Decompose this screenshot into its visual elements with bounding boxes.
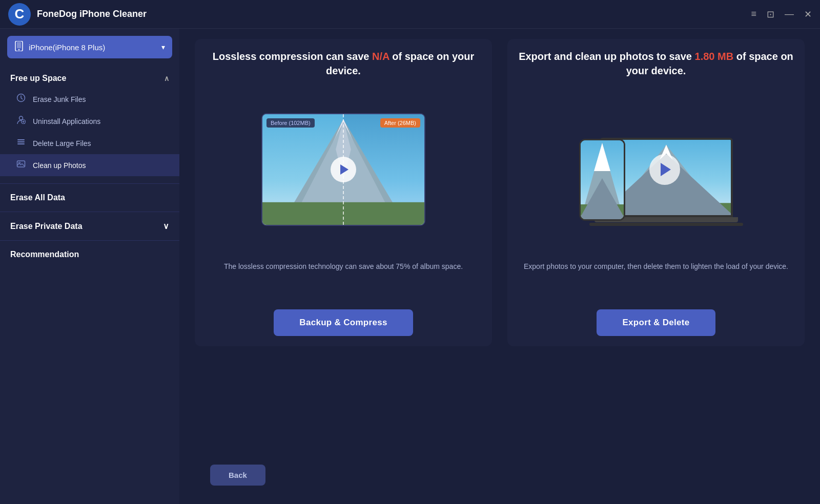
right-panel-title: Export and clean up photos to save 1.80 … xyxy=(518,49,794,78)
phone-screen xyxy=(581,140,624,219)
svg-point-6 xyxy=(19,116,23,120)
left-panel-description: The lossless compression technology can … xyxy=(224,261,463,272)
divider-3 xyxy=(0,240,179,241)
chat-icon[interactable]: ⊡ xyxy=(767,9,774,20)
image-icon xyxy=(15,159,27,171)
divider-2 xyxy=(0,212,179,212)
before-label: Before (102MB) xyxy=(266,118,315,128)
back-button[interactable]: Back xyxy=(210,465,265,486)
device-selector[interactable]: iPhone(iPhone 8 Plus) ▾ xyxy=(7,36,172,58)
app-title: FoneDog iPhone Cleaner xyxy=(37,9,751,19)
minimize-icon[interactable]: — xyxy=(785,9,794,19)
sidebar-item-label: Erase All Data xyxy=(10,193,65,202)
device-preview xyxy=(569,113,743,226)
app-logo: C xyxy=(8,3,31,26)
sidebar: iPhone(iPhone 8 Plus) ▾ Free up Space ∧ … xyxy=(0,29,179,504)
clock-icon xyxy=(15,93,27,105)
bottom-bar: Back xyxy=(195,446,805,494)
left-panel: Lossless compression can save N/A of spa… xyxy=(195,39,492,346)
svg-point-4 xyxy=(18,49,19,50)
after-label: After (26MB) xyxy=(380,118,420,128)
sidebar-section-free-space: Free up Space ∧ Erase Junk Files xyxy=(0,64,179,181)
sidebar-item-erase-junk[interactable]: Erase Junk Files xyxy=(0,88,179,110)
main-layout: iPhone(iPhone 8 Plus) ▾ Free up Space ∧ … xyxy=(0,29,820,504)
divider-1 xyxy=(0,183,179,184)
person-icon xyxy=(15,115,27,127)
sidebar-item-clean-photos[interactable]: Clean up Photos xyxy=(0,154,179,176)
play-button-large[interactable] xyxy=(649,154,680,185)
sidebar-item-label: Clean up Photos xyxy=(33,161,86,170)
device-icon xyxy=(14,41,24,53)
sidebar-section-title-free-space: Free up Space xyxy=(10,74,66,83)
sidebar-item-label: Erase Private Data xyxy=(10,222,83,231)
chevron-down-icon: ∨ xyxy=(163,221,169,231)
play-button[interactable] xyxy=(331,157,356,182)
device-label: iPhone(iPhone 8 Plus) xyxy=(29,43,161,52)
svg-text:C: C xyxy=(15,6,25,22)
content-area: Lossless compression can save N/A of spa… xyxy=(179,29,820,504)
export-delete-button[interactable]: Export & Delete xyxy=(597,309,715,336)
svg-rect-3 xyxy=(17,42,21,48)
right-panel-description: Export photos to your computer, then del… xyxy=(524,261,788,272)
right-panel: Export and clean up photos to save 1.80 … xyxy=(507,39,805,346)
sidebar-item-label: Erase Junk Files xyxy=(33,95,86,103)
left-panel-title: Lossless compression can save N/A of spa… xyxy=(205,49,482,78)
svg-rect-8 xyxy=(17,139,25,140)
phone xyxy=(579,139,625,221)
sidebar-item-label: Delete Large Files xyxy=(33,139,91,148)
close-icon[interactable]: ✕ xyxy=(804,9,812,20)
svg-rect-9 xyxy=(17,141,25,142)
sidebar-item-uninstall[interactable]: Uninstall Applications xyxy=(0,110,179,132)
svg-rect-30 xyxy=(581,204,624,219)
sidebar-item-erase-private[interactable]: Erase Private Data ∨ xyxy=(0,214,179,238)
grid-icon xyxy=(15,137,27,149)
sidebar-item-erase-all[interactable]: Erase All Data xyxy=(0,186,179,209)
collapse-icon: ∧ xyxy=(164,74,169,82)
chevron-down-icon: ▾ xyxy=(161,43,165,51)
sidebar-item-delete-large[interactable]: Delete Large Files xyxy=(0,132,179,154)
window-controls: ≡ ⊡ — ✕ xyxy=(751,9,812,20)
compression-preview: Before (102MB) After (26MB) xyxy=(261,113,425,226)
svg-rect-10 xyxy=(17,143,25,144)
backup-compress-button[interactable]: Backup & Compress xyxy=(274,309,413,336)
laptop-foot xyxy=(589,223,743,226)
sidebar-item-label: Recommendation xyxy=(10,250,79,259)
sidebar-item-recommendation[interactable]: Recommendation xyxy=(0,243,179,266)
sidebar-section-header-free-space[interactable]: Free up Space ∧ xyxy=(0,69,179,88)
sidebar-item-label: Uninstall Applications xyxy=(33,117,100,125)
menu-icon[interactable]: ≡ xyxy=(751,9,756,19)
titlebar: C FoneDog iPhone Cleaner ≡ ⊡ — ✕ xyxy=(0,0,820,29)
content-panels: Lossless compression can save N/A of spa… xyxy=(195,39,805,446)
